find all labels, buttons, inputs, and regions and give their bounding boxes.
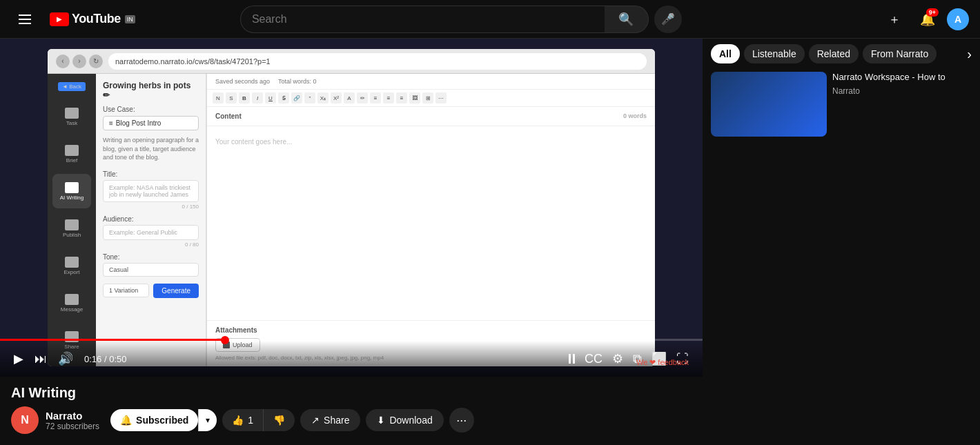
- nav-ai-writing[interactable]: AI Writing: [52, 174, 91, 208]
- format-table[interactable]: ⊞: [422, 92, 433, 103]
- format-image[interactable]: 🖼: [409, 92, 420, 103]
- youtube-logo[interactable]: YouTube IN: [50, 12, 135, 26]
- suggested-channel: Narrato: [832, 86, 972, 96]
- format-more[interactable]: ⋯: [435, 92, 447, 103]
- suggested-video[interactable]: Narrato Workspace - How to Narrato: [711, 72, 972, 137]
- volume-button[interactable]: 🔊: [55, 348, 76, 369]
- tab-related[interactable]: Related: [809, 44, 859, 63]
- search-input[interactable]: [240, 6, 605, 33]
- settings-button[interactable]: ⚙: [609, 348, 626, 369]
- format-list-ordered[interactable]: ≡: [383, 92, 394, 103]
- form-panel: Growing herbs in pots ✏ Use Case: ≡Blog …: [96, 74, 206, 366]
- nav-export[interactable]: Export: [52, 248, 91, 283]
- content-editor[interactable]: Your content goes here...: [207, 126, 655, 320]
- app-sidebar: ◄ Back Task Brief AI Writing Publish Exp…: [48, 74, 96, 366]
- nav-message[interactable]: Message: [52, 286, 91, 320]
- nav-task[interactable]: Task: [52, 99, 91, 134]
- video-player[interactable]: ‹ › ↻ narratodemo.narrato.io/cws/8/task/…: [0, 39, 703, 377]
- form-desc: Writing an opening paragraph for a blog,…: [103, 136, 199, 162]
- chevron-down-icon: ▾: [206, 415, 210, 425]
- create-button[interactable]: ＋: [881, 6, 908, 33]
- generate-button[interactable]: Generate: [153, 284, 199, 298]
- browser-nav-btns: ‹ › ↻: [56, 55, 103, 68]
- content-label: Content: [215, 112, 242, 120]
- search-icon: 🔍: [618, 12, 634, 27]
- like-dislike-group: 👍 1 👎: [222, 409, 295, 431]
- nav-brief[interactable]: Brief: [52, 137, 91, 171]
- download-icon: ⬇: [377, 415, 385, 426]
- notifications-button[interactable]: 🔔 9+: [914, 6, 941, 33]
- suggested-thumbnail: [711, 72, 827, 137]
- variation-select[interactable]: 1 Variation: [103, 284, 149, 297]
- format-italic[interactable]: I: [252, 92, 263, 103]
- top-nav: YouTube IN 🔍 🎤 ＋ 🔔 9+ A: [0, 0, 980, 39]
- search-bar: 🔍 🎤: [240, 6, 682, 33]
- back-btn[interactable]: ‹: [56, 55, 70, 68]
- captions-button[interactable]: CC: [582, 349, 605, 369]
- notifications-badge: 9+: [926, 8, 939, 17]
- like-button[interactable]: 👍 1: [222, 409, 264, 431]
- format-align[interactable]: ≡: [396, 92, 407, 103]
- play-button[interactable]: ▶: [11, 348, 26, 369]
- format-underline[interactable]: U: [265, 92, 276, 103]
- content-placeholder: Your content goes here...: [215, 138, 292, 146]
- pause-overlay-button[interactable]: [566, 351, 578, 366]
- browser-body: ◄ Back Task Brief AI Writing Publish Exp…: [48, 74, 655, 366]
- use-case-select-icon: ≡: [109, 119, 113, 127]
- mic-button[interactable]: 🎤: [654, 6, 682, 33]
- channel-avatar[interactable]: N: [11, 406, 39, 434]
- generate-row: 1 Variation Generate: [103, 284, 199, 298]
- tab-from-narrato[interactable]: From Narrato: [863, 44, 937, 63]
- forward-btn[interactable]: ›: [72, 55, 86, 68]
- download-button[interactable]: ⬇ Download: [366, 409, 443, 431]
- menu-button[interactable]: [11, 6, 39, 33]
- format-color[interactable]: A: [344, 92, 355, 103]
- format-quote[interactable]: ": [304, 92, 315, 103]
- sidebar-next-button[interactable]: ›: [967, 46, 972, 62]
- format-highlight[interactable]: ✏: [357, 92, 368, 103]
- format-normal[interactable]: N: [213, 92, 224, 103]
- subscribe-group: 🔔 Subscribed ▾: [110, 409, 217, 431]
- subscribe-dropdown-button[interactable]: ▾: [198, 409, 217, 431]
- title-input[interactable]: Example: NASA nails trickiest job in new…: [103, 180, 199, 202]
- browser-bar: ‹ › ↻ narratodemo.narrato.io/cws/8/task/…: [48, 49, 655, 74]
- format-bold[interactable]: B: [239, 92, 250, 103]
- tab-all[interactable]: All: [711, 44, 740, 63]
- format-strike[interactable]: S̶: [278, 92, 289, 103]
- thumbs-up-icon: 👍: [232, 415, 244, 426]
- format-link[interactable]: 🔗: [291, 92, 302, 103]
- suggested-title: Narrato Workspace - How to: [832, 72, 972, 83]
- ctrl-right: We ❤ feedback CC ⚙ ⧉ ⬜ ⛶: [566, 348, 692, 369]
- nav-publish[interactable]: Publish: [52, 211, 91, 246]
- audience-input[interactable]: Example: General Public: [103, 225, 199, 240]
- editor-status: Saved seconds ago Total words: 0: [207, 74, 655, 90]
- youtube-in-badge: IN: [125, 15, 135, 23]
- share-icon: ↗: [311, 415, 320, 426]
- pause-icon: [569, 354, 575, 364]
- format-list-bullet[interactable]: ≡: [370, 92, 381, 103]
- tab-listenable[interactable]: Listenable: [744, 44, 805, 63]
- format-sup[interactable]: X²: [331, 92, 342, 103]
- ellipsis-icon: ···: [456, 413, 467, 428]
- dislike-button[interactable]: 👎: [264, 409, 295, 431]
- tone-select[interactable]: Casual: [103, 263, 199, 277]
- suggested-thumb-image: [711, 72, 827, 137]
- search-button[interactable]: 🔍: [605, 6, 649, 33]
- share-button[interactable]: ↗ Share: [300, 409, 360, 431]
- time-display: 0:16 / 0:50: [84, 354, 126, 364]
- more-options-button[interactable]: ···: [449, 408, 474, 433]
- next-button[interactable]: ⏭: [32, 349, 50, 369]
- format-s[interactable]: S: [226, 92, 237, 103]
- brief-icon: [65, 145, 79, 156]
- content-area-label: Content 0 words: [207, 107, 655, 126]
- mic-icon: 🎤: [661, 12, 675, 26]
- avatar-button[interactable]: A: [947, 8, 969, 30]
- reload-btn[interactable]: ↻: [89, 55, 103, 68]
- back-link[interactable]: ◄ Back: [58, 82, 86, 91]
- audience-counter: 0 / 80: [103, 241, 199, 248]
- subscribe-button[interactable]: 🔔 Subscribed: [110, 409, 198, 431]
- use-case-select[interactable]: ≡Blog Post Intro: [103, 116, 199, 130]
- attachments-title: Attachments: [215, 326, 647, 334]
- we-feedback: We ❤ feedback: [636, 358, 689, 367]
- format-sub[interactable]: X₂: [317, 92, 329, 103]
